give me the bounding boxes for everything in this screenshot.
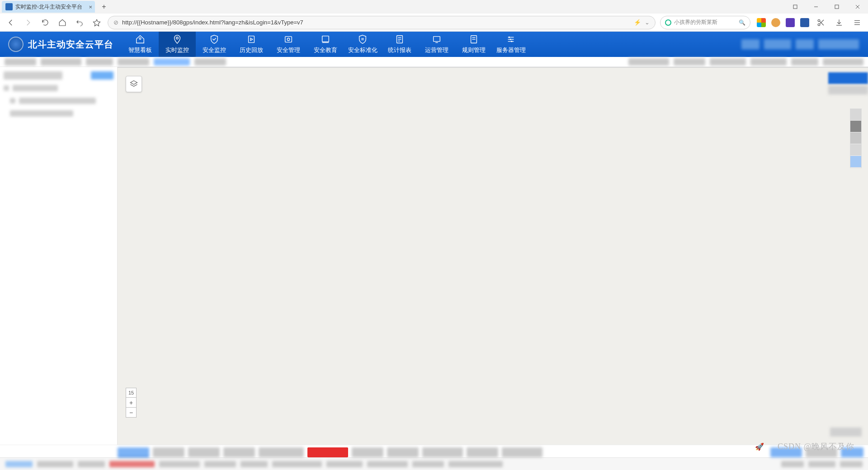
nav-dashboard[interactable]: 智慧看板 — [122, 32, 159, 57]
minimize-button[interactable] — [806, 0, 826, 14]
browser-toolbar-icons — [757, 16, 863, 29]
bottom-tab-active[interactable] — [118, 447, 149, 457]
ext1-icon[interactable] — [786, 18, 795, 27]
svg-rect-28 — [434, 37, 440, 42]
bottom-action[interactable] — [806, 447, 837, 457]
nav-safety-monitor[interactable]: 安全监控 — [196, 32, 233, 57]
sub-tab[interactable] — [823, 58, 863, 66]
right-panel-tab-active[interactable] — [828, 72, 868, 84]
browser-search-box[interactable]: 小孩界的劳斯莱斯 🔍 — [660, 16, 750, 29]
browser-address-bar: ⊘ http://{{Hostname}}/808gps/index.html?… — [0, 14, 868, 32]
search-icon[interactable]: 🔍 — [739, 19, 745, 26]
lightning-icon[interactable]: ⚡ — [634, 19, 641, 26]
report-icon — [395, 34, 405, 44]
menu-icon[interactable] — [851, 16, 863, 29]
chevron-down-icon[interactable]: ⌄ — [645, 19, 650, 26]
bottom-tab[interactable] — [188, 447, 220, 457]
favorite-button[interactable] — [90, 16, 103, 29]
sub-tab-active[interactable] — [154, 58, 190, 66]
close-window-button[interactable] — [847, 0, 868, 14]
sub-tab[interactable] — [118, 58, 149, 66]
url-input[interactable]: ⊘ http://{{Hostname}}/808gps/index.html?… — [108, 16, 656, 29]
browser-tab-active[interactable]: 实时监控-北斗主动安全平台 × — [2, 1, 95, 13]
nav-safety-mgmt[interactable]: 安全管理 — [270, 32, 307, 57]
nav-server-mgmt[interactable]: 服务器管理 — [492, 32, 529, 57]
map-tool-5[interactable] — [850, 156, 861, 168]
bottom-tab[interactable] — [223, 447, 255, 457]
new-tab-button[interactable]: + — [98, 1, 110, 13]
bottom-tab[interactable] — [467, 447, 498, 457]
bottom-tab-alert[interactable] — [307, 447, 348, 457]
logo-area: 北斗主动安全云平台 — [0, 37, 122, 52]
nav-safety-edu[interactable]: 安全教育 — [307, 32, 344, 57]
sub-tab[interactable] — [41, 58, 81, 66]
status-chip — [241, 461, 268, 467]
user-chip[interactable] — [818, 39, 859, 49]
nav-safety-standard[interactable]: 安全标准化 — [344, 32, 381, 57]
bottom-tab[interactable] — [352, 447, 383, 457]
sub-tab-bar — [0, 57, 868, 67]
map-tool-1[interactable] — [850, 109, 861, 121]
undo-button[interactable] — [73, 16, 86, 29]
sidebar-search-row[interactable] — [4, 70, 113, 80]
nav-realtime-monitor[interactable]: 实时监控 — [159, 32, 196, 57]
sub-tab[interactable] — [628, 58, 669, 66]
zoom-in-button[interactable]: + — [126, 398, 137, 408]
sidebar-tree-item[interactable] — [4, 96, 113, 106]
svg-point-7 — [818, 24, 820, 26]
map-right-panel — [828, 72, 868, 94]
sidebar-tree-root[interactable] — [4, 83, 113, 93]
svg-rect-2 — [835, 5, 839, 9]
tab-close-icon[interactable]: × — [89, 4, 92, 10]
app-nav: 智慧看板 实时监控 安全监控 历史回放 安全管理 安全教育 安全标准化 统计报 — [122, 32, 529, 57]
nav-rules-mgmt[interactable]: 规则管理 — [455, 32, 492, 57]
map-tool-2[interactable] — [850, 121, 861, 132]
sub-tab[interactable] — [791, 58, 818, 66]
app-title: 北斗主动安全云平台 — [28, 38, 113, 51]
user-chip[interactable] — [796, 39, 814, 49]
bottom-tab[interactable] — [387, 447, 419, 457]
sub-tab[interactable] — [86, 58, 113, 66]
bottom-tab[interactable] — [422, 447, 463, 457]
scissors-icon[interactable] — [815, 16, 827, 29]
svg-marker-5 — [94, 19, 100, 26]
sidebar-tree-item[interactable] — [4, 108, 113, 118]
sub-tab[interactable] — [710, 58, 746, 66]
nav-label: 历史回放 — [240, 46, 263, 54]
sub-tab[interactable] — [674, 58, 705, 66]
ext2-icon[interactable] — [800, 18, 809, 27]
sub-tab[interactable] — [750, 58, 787, 66]
bottom-action[interactable] — [770, 447, 802, 457]
bottom-tab[interactable] — [259, 447, 304, 457]
user-chip[interactable] — [741, 39, 760, 49]
layers-icon — [129, 80, 138, 89]
nav-reports[interactable]: 统计报表 — [381, 32, 418, 57]
right-panel-tab[interactable] — [828, 85, 868, 94]
sub-tab[interactable] — [5, 58, 36, 66]
home-button[interactable] — [56, 16, 69, 29]
maximize-button[interactable] — [826, 0, 847, 14]
bottom-action[interactable] — [841, 447, 863, 457]
map-canvas[interactable]: 15 + − — [118, 67, 868, 445]
shield-check-icon — [209, 34, 219, 44]
bottom-tab[interactable] — [153, 447, 184, 457]
forward-button[interactable] — [22, 16, 34, 29]
download-icon[interactable] — [833, 16, 845, 29]
bottom-tab[interactable] — [502, 447, 542, 457]
reload-button[interactable] — [39, 16, 52, 29]
back-button[interactable] — [5, 16, 17, 29]
zoom-out-button[interactable]: − — [126, 408, 137, 418]
extensions-icon[interactable] — [785, 0, 806, 14]
map-tool-column — [850, 108, 862, 168]
nav-operation-mgmt[interactable]: 运营管理 — [418, 32, 455, 57]
map-layers-button[interactable] — [126, 76, 142, 92]
map-tool-3[interactable] — [850, 132, 861, 144]
sidebar — [0, 67, 118, 445]
apps-icon[interactable] — [757, 18, 766, 27]
cookie-icon[interactable] — [771, 18, 780, 27]
sub-tab[interactable] — [194, 58, 226, 66]
user-chip[interactable] — [764, 39, 791, 49]
map-tool-4[interactable] — [850, 144, 861, 156]
nav-history-playback[interactable]: 历史回放 — [233, 32, 270, 57]
education-icon — [321, 34, 330, 44]
